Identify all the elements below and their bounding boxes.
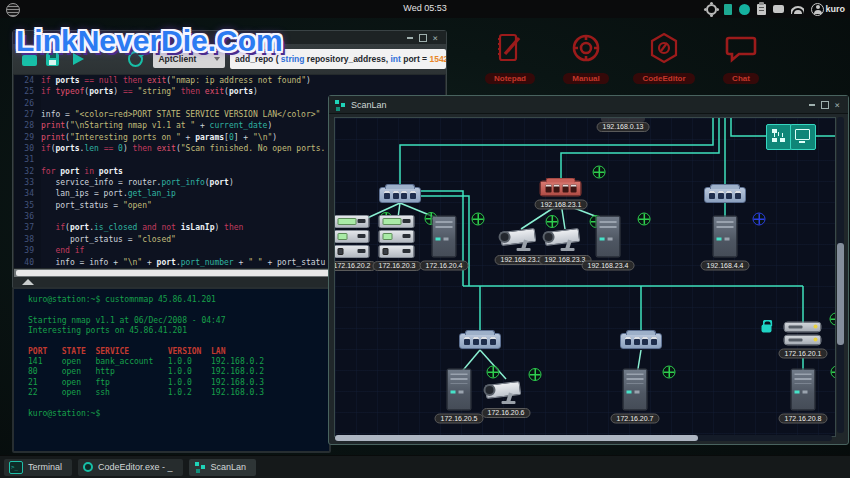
user-icon[interactable] — [811, 3, 824, 16]
tower-node[interactable]: 172.16.20.5 — [435, 369, 484, 424]
terminal-line: kuro@station:~$ customnmap 45.86.41.201 — [28, 295, 325, 305]
desktop-shortcut-label: Chat — [723, 73, 759, 84]
chat-icon — [723, 30, 759, 70]
taskbar-item-codeeditor[interactable]: CodeEditor.exe - _ — [78, 459, 183, 476]
desktop-shortcut-chat[interactable]: Chat — [704, 30, 778, 84]
terminal-line: 21 open ftp 1.0.0 192.168.0.3 — [28, 378, 325, 388]
switch-node[interactable] — [704, 187, 746, 203]
taskbar-item-scanlan[interactable]: ScanLan — [189, 459, 257, 476]
device-ip-label: 172.16.20.5 — [435, 414, 484, 424]
device-ip-label: 192.168.23.1 — [535, 200, 588, 210]
desktop-shortcut-notepad[interactable]: Notepad — [473, 30, 547, 84]
terminal-line: 80 open http 1.0.0 192.168.0.2 — [28, 367, 325, 377]
scanlan-icon — [194, 461, 206, 473]
camera-node[interactable]: 172.16.20.6 — [482, 380, 531, 418]
indicator-square-icon[interactable] — [724, 4, 732, 15]
line-number: 28 — [14, 120, 41, 131]
switch-node[interactable] — [620, 333, 662, 349]
code-text: print("\nStarting nmap v1.1 at " + curre… — [41, 120, 272, 131]
code-text: if(port.is_closed and not isLanIp) then — [41, 222, 243, 233]
internet-globe-icon — [486, 366, 499, 379]
line-number: 36 — [14, 211, 41, 222]
computer-tower-icon — [622, 369, 647, 411]
switch-node[interactable]: 192.168.23.1 — [535, 181, 588, 210]
desktop-shortcut-label: Notepad — [485, 73, 535, 84]
padlock-icon — [762, 325, 772, 333]
settings-icon[interactable] — [706, 4, 717, 15]
code-line: 24if ports == null then exit("nmap: ip a… — [14, 75, 445, 86]
tower-node[interactable]: 172.16.20.7 — [611, 369, 660, 424]
line-number: 30 — [14, 143, 41, 154]
device-ip-label: 192.168.23.4 — [582, 261, 635, 271]
device-ip-label: 172.16.20.3 — [373, 261, 422, 271]
code-text: end if — [41, 245, 84, 256]
device-ip-label: 172.16.20.4 — [420, 261, 469, 271]
terminal-line: kuro@station:~$ — [28, 409, 325, 419]
line-number: 35 — [14, 200, 41, 211]
desktop-shortcut-manual[interactable]: Manual — [549, 30, 623, 84]
maximize-icon[interactable] — [821, 101, 829, 109]
scroll-up-icon[interactable] — [22, 279, 34, 285]
taskbar: TerminalCodeEditor.exe - _ScanLan — [0, 455, 850, 478]
wifi-icon[interactable] — [791, 5, 804, 14]
line-number: 25 — [14, 86, 41, 97]
line-number: 29 — [14, 132, 41, 143]
line-number: 34 — [14, 188, 41, 199]
code-text: port_status = "open" — [41, 200, 152, 211]
server-node[interactable]: 172.16.20.2 — [334, 215, 376, 271]
maximize-icon[interactable] — [419, 34, 427, 42]
codeeditor-desktop-icon — [646, 30, 682, 70]
run-icon[interactable] — [73, 53, 84, 65]
tower-node[interactable]: 192.168.23.4 — [582, 216, 635, 271]
open-file-icon[interactable] — [22, 55, 37, 66]
line-number: 32 — [14, 166, 41, 177]
os-logo-icon[interactable] — [6, 3, 20, 17]
minimize-icon[interactable] — [407, 37, 413, 39]
switch-icon — [379, 187, 421, 203]
device-ip-label: 192.168.4.4 — [701, 261, 750, 271]
minimize-icon[interactable] — [809, 104, 815, 106]
server-node[interactable]: 172.16.20.3 — [373, 215, 422, 271]
lan-overview-icon[interactable] — [766, 124, 792, 150]
scanlan-title: ScanLan — [351, 100, 387, 110]
code-text: info = info + "\n" + port.port_number + … — [41, 257, 325, 268]
network-map[interactable]: 192.168.0.13 172.16.20.2172.16.20.3172.1… — [334, 117, 836, 437]
notepad-icon — [492, 30, 528, 70]
close-icon[interactable]: × — [433, 35, 438, 41]
taskbar-item-terminal[interactable]: Terminal — [4, 459, 72, 476]
map-vertical-scrollbar[interactable] — [837, 117, 844, 433]
code-text: if(ports.len == 0) then exit("Scan finis… — [41, 143, 325, 154]
router-node[interactable]: 172.16.20.1 — [779, 322, 828, 359]
scanlan-app-icon — [334, 99, 346, 111]
code-text: port_status = "closed" — [41, 234, 176, 245]
tower-node[interactable]: 172.16.20.8 — [779, 369, 828, 424]
terminal-line: 22 open ssh 1.0.2 192.168.0.3 — [28, 388, 325, 398]
terminal-window[interactable]: kuro@station:~$ customnmap 45.86.41.201 … — [12, 287, 331, 453]
tasks-icon[interactable] — [757, 4, 766, 15]
tower-node[interactable]: 172.16.20.4 — [420, 216, 469, 271]
save-icon[interactable] — [46, 53, 59, 66]
code-editor-titlebar[interactable]: × — [13, 31, 446, 44]
switch-node[interactable] — [459, 333, 501, 349]
switch-icon — [704, 187, 746, 203]
method-signature-select[interactable]: add_repo ( string repository_address, in… — [230, 49, 446, 69]
internet-globe-icon — [637, 213, 650, 226]
library-select[interactable]: AptClient — [153, 50, 225, 68]
scanlan-titlebar[interactable]: ScanLan × — [329, 96, 848, 114]
close-icon[interactable]: × — [835, 102, 840, 108]
code-text: service_info = router.port_info(port) — [41, 177, 234, 188]
camera-icon — [485, 380, 527, 405]
line-number: 37 — [14, 222, 41, 233]
switch-node[interactable] — [379, 187, 421, 203]
line-number: 24 — [14, 75, 41, 86]
internet-globe-icon — [471, 213, 484, 226]
indicator-circle-icon[interactable] — [739, 4, 750, 15]
desktop-shortcut-codeeditor[interactable]: CodeEditor — [627, 30, 701, 84]
local-computer-icon[interactable] — [790, 124, 816, 150]
code-text: for port in ports — [41, 166, 123, 177]
chat-tray-icon[interactable] — [773, 5, 784, 13]
code-text: if ports == null then exit("nmap: ip add… — [41, 75, 311, 86]
terminal-output[interactable]: kuro@station:~$ customnmap 45.86.41.201 … — [28, 295, 325, 447]
build-icon[interactable] — [128, 51, 144, 67]
tower-node[interactable]: 192.168.4.4 — [701, 216, 750, 271]
